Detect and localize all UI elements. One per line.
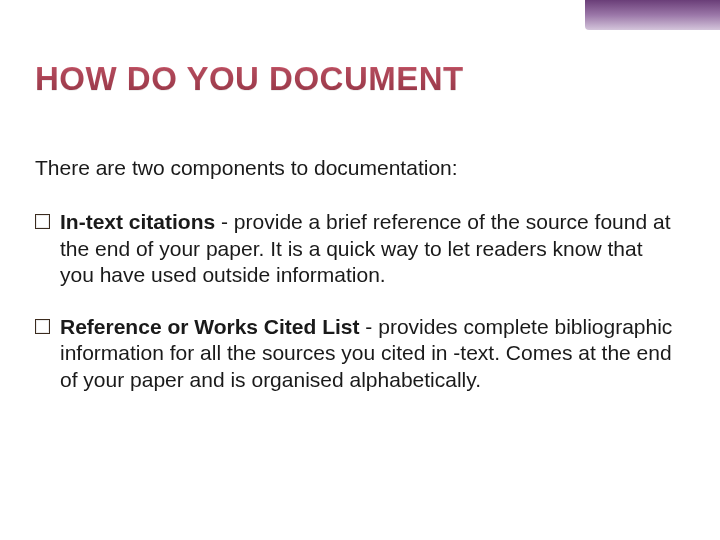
list-item: In-text citations - provide a brief refe… [35, 209, 685, 288]
slide-accent-bar [585, 0, 720, 30]
intro-text: There are two components to documentatio… [35, 155, 685, 181]
bullet-sep: - [215, 210, 234, 233]
slide-body: There are two components to documentatio… [35, 155, 685, 419]
checkbox-icon [35, 319, 50, 334]
bullet-text: In-text citations - provide a brief refe… [60, 209, 685, 288]
slide-title: HOW DO YOU DOCUMENT [35, 60, 464, 98]
bullet-text: Reference or Works Cited List - provides… [60, 314, 685, 393]
bullet-term: Reference or Works Cited List [60, 315, 360, 338]
list-item: Reference or Works Cited List - provides… [35, 314, 685, 393]
bullet-sep: - [360, 315, 379, 338]
checkbox-icon [35, 214, 50, 229]
bullet-term: In-text citations [60, 210, 215, 233]
